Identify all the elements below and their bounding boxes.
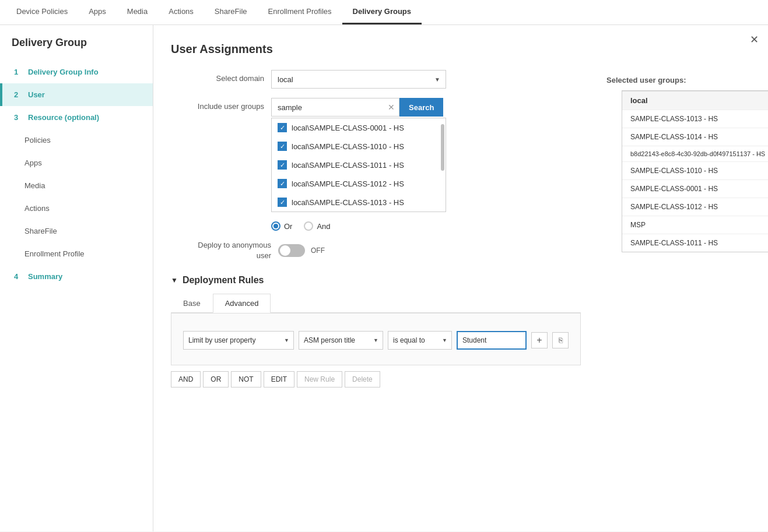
tab-actions[interactable]: Actions	[158, 0, 204, 24]
sidebar-title: Delivery Group	[0, 37, 153, 61]
new-rule-button[interactable]: New Rule	[297, 371, 342, 387]
copy-rule-button[interactable]: ⎘	[552, 332, 569, 348]
sidebar-item-label: ShareFile	[24, 227, 57, 235]
close-button[interactable]: ✕	[750, 33, 759, 46]
add-rule-button[interactable]: +	[531, 332, 548, 348]
deployment-rules-title: Deployment Rules	[183, 275, 264, 286]
sidebar-item-enrollment-profile[interactable]: Enrollment Profile	[0, 242, 153, 265]
and-label: And	[317, 222, 330, 231]
selected-item: SAMPLE-CLASS-1014 - HS ✕	[622, 128, 768, 146]
condition-wrapper[interactable]: is equal to	[388, 331, 452, 350]
scrollbar	[441, 124, 444, 171]
search-section: ✕ Search local\SAMPLE-CLASS-0001 - HS	[271, 98, 446, 212]
sidebar-item-user[interactable]: 2 User	[0, 83, 153, 106]
select-domain-input[interactable]: local domain1 domain2	[271, 70, 446, 89]
dropdown-item-label: local\SAMPLE-CLASS-1012 - HS	[292, 179, 404, 188]
tab-advanced[interactable]: Advanced	[213, 294, 271, 313]
tab-apps[interactable]: Apps	[78, 0, 117, 24]
toggle-wrapper: OFF	[278, 244, 325, 257]
selected-item: MSP ✕	[622, 216, 768, 234]
deployment-rules-section: ▼ Deployment Rules	[171, 275, 581, 286]
selected-item: SAMPLE-CLASS-1013 - HS ✕	[622, 110, 768, 128]
search-input[interactable]	[271, 98, 399, 117]
selected-groups-header: Selected user groups:	[598, 70, 768, 90]
tab-base[interactable]: Base	[171, 294, 213, 313]
clear-icon[interactable]: ✕	[388, 103, 395, 112]
or-radio[interactable]: Or	[271, 221, 292, 231]
limit-by-wrapper[interactable]: Limit by user property	[183, 331, 294, 350]
dropdown-item-label: local\SAMPLE-CLASS-1011 - HS	[292, 161, 404, 170]
selected-item: SAMPLE-CLASS-0001 - HS ✕	[622, 179, 768, 198]
delete-button[interactable]: Delete	[345, 371, 380, 387]
checkbox-checked-icon[interactable]	[278, 179, 287, 188]
and-radio-icon	[304, 221, 313, 231]
checkbox-checked-icon[interactable]	[278, 198, 287, 207]
dropdown-item-label: local\SAMPLE-CLASS-1010 - HS	[292, 142, 404, 151]
sidebar-item-label: Apps	[24, 158, 42, 167]
tab-device-policies[interactable]: Device Policies	[6, 0, 78, 24]
checkbox-checked-icon[interactable]	[278, 142, 287, 151]
selected-item-label: b8d22143-e8c8-4c30-92db-d0f497151137 - H…	[630, 150, 765, 157]
deploy-toggle[interactable]	[278, 244, 305, 257]
sidebar-item-delivery-group-info[interactable]: 1 Delivery Group Info	[0, 61, 153, 83]
sidebar-item-summary[interactable]: 4 Summary	[0, 265, 153, 288]
limit-by-select[interactable]: Limit by user property	[183, 331, 294, 350]
tab-delivery-groups[interactable]: Delivery Groups	[342, 0, 422, 24]
selected-item-label: SAMPLE-CLASS-1010 - HS	[630, 167, 718, 175]
dropdown-item-label: local\SAMPLE-CLASS-0001 - HS	[292, 124, 404, 132]
checkbox-checked-icon[interactable]	[278, 160, 287, 170]
left-form: Select domain local domain1 domain2 Incl…	[171, 70, 581, 387]
deploy-anonymous-label: Deploy to anonymoususer	[171, 240, 271, 261]
checkbox-checked-icon[interactable]	[278, 123, 287, 132]
step-number: 2	[14, 90, 23, 99]
dropdown-item[interactable]: local\SAMPLE-CLASS-1010 - HS	[272, 137, 446, 156]
toggle-state-label: OFF	[311, 246, 325, 255]
dropdown-item[interactable]: local\SAMPLE-CLASS-1013 - HS	[272, 193, 446, 212]
selected-item-label: SAMPLE-CLASS-1013 - HS	[630, 115, 718, 123]
property-wrapper[interactable]: ASM person title	[299, 331, 383, 350]
selected-item: SAMPLE-CLASS-1010 - HS ✕	[622, 161, 768, 179]
rule-box: Limit by user property ASM person title	[171, 313, 581, 365]
collapse-triangle-icon[interactable]: ▼	[171, 276, 178, 284]
sidebar-item-media[interactable]: Media	[0, 174, 153, 197]
content-area: ✕ User Assignments Select domain local d…	[153, 25, 768, 531]
edit-button[interactable]: EDIT	[264, 371, 294, 387]
rule-row: Limit by user property ASM person title	[183, 331, 569, 350]
property-select[interactable]: ASM person title	[299, 331, 383, 350]
dropdown-item[interactable]: local\SAMPLE-CLASS-1011 - HS	[272, 156, 446, 174]
sidebar: Delivery Group 1 Delivery Group Info 2 U…	[0, 25, 153, 531]
and-button[interactable]: AND	[171, 371, 201, 387]
search-button[interactable]: Search	[399, 98, 443, 117]
dropdown-item[interactable]: local\SAMPLE-CLASS-0001 - HS	[272, 118, 446, 137]
rule-value-input[interactable]	[457, 331, 527, 350]
tab-media[interactable]: Media	[117, 0, 158, 24]
tab-enrollment-profiles[interactable]: Enrollment Profiles	[258, 0, 342, 24]
not-button[interactable]: NOT	[231, 371, 261, 387]
sidebar-item-actions[interactable]: Actions	[0, 197, 153, 220]
sidebar-item-apps[interactable]: Apps	[0, 152, 153, 174]
step-number: 4	[14, 272, 23, 281]
selected-item-label: SAMPLE-CLASS-1012 - HS	[630, 203, 718, 211]
dropdown-item[interactable]: local\SAMPLE-CLASS-1012 - HS	[272, 174, 446, 193]
or-button[interactable]: OR	[203, 371, 229, 387]
and-radio[interactable]: And	[304, 221, 330, 231]
include-user-groups-row: Include user groups ✕ Search	[171, 98, 581, 212]
dropdown-list: local\SAMPLE-CLASS-0001 - HS local\SAMPL…	[271, 118, 446, 212]
select-domain-label: Select domain	[171, 70, 264, 83]
sidebar-item-label: Actions	[24, 204, 50, 213]
sidebar-item-resource[interactable]: 3 Resource (optional)	[0, 106, 153, 129]
selected-item-label: MSP	[630, 221, 646, 229]
condition-select[interactable]: is equal to	[388, 331, 452, 350]
sidebar-item-label: Resource (optional)	[28, 113, 99, 122]
deployment-rules-tabs: Base Advanced	[171, 294, 581, 313]
sidebar-item-sharefile[interactable]: ShareFile	[0, 220, 153, 242]
sidebar-item-label: Media	[24, 181, 45, 190]
main-layout: Delivery Group 1 Delivery Group Info 2 U…	[0, 25, 768, 531]
include-user-groups-label: Include user groups	[171, 98, 264, 111]
sidebar-item-label: User	[28, 90, 45, 99]
deploy-anonymous-row: Deploy to anonymoususer OFF	[171, 240, 581, 261]
select-domain-wrapper[interactable]: local domain1 domain2	[271, 70, 446, 89]
sidebar-item-policies[interactable]: Policies	[0, 129, 153, 152]
or-and-row: Or And	[171, 221, 581, 231]
tab-sharefile[interactable]: ShareFile	[204, 0, 258, 24]
